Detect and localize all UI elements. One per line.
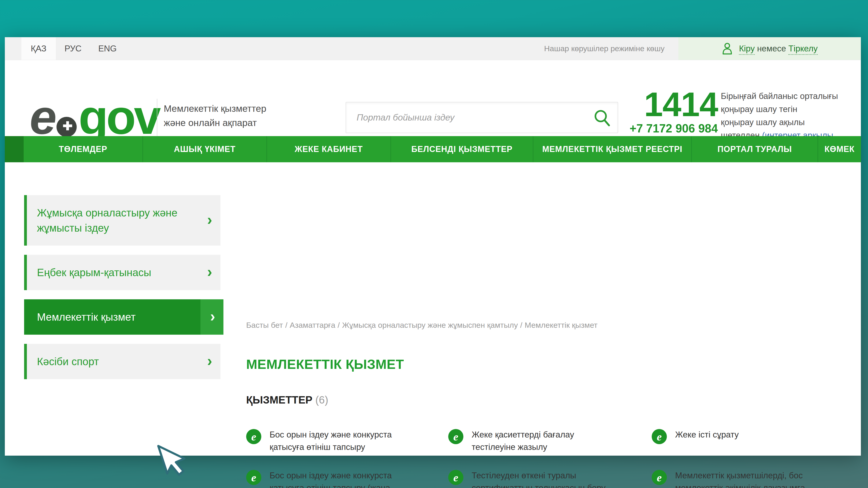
language-switcher: ҚАЗ РУС ENG [21, 37, 125, 60]
egov-logo[interactable]: egov [30, 94, 159, 140]
lang-eng[interactable]: ENG [90, 37, 125, 60]
page-title: МЕМЛЕКЕТТІК ҚЫЗМЕТ [246, 356, 404, 372]
nav-active-services[interactable]: БЕЛСЕНДІ ҚЫЗМЕТТЕР [391, 136, 533, 162]
services-count: (6) [315, 394, 328, 406]
service-link-civil-servants-testing[interactable]: e Мемлекеттік қызметшілерді, бос мемлеке… [652, 469, 852, 488]
egov-service-icon: e [246, 429, 261, 444]
topbar-spacer [125, 37, 544, 60]
service-link-certificate-duplicate[interactable]: e Тестілеуден өткені туралы сертификатты… [448, 469, 652, 488]
login-or-text: немесе [755, 44, 788, 53]
breadcrumb-employment[interactable]: Жұмысқа орналастыру және жұмыспен қамтыл… [342, 321, 518, 329]
portal-search [346, 102, 618, 133]
egov-service-icon: e [652, 429, 667, 444]
site-header: egov Мемлекеттік қызметтер және онлайн а… [5, 60, 861, 136]
login-register-links: Кіру немесе Тіркелу [739, 44, 818, 54]
chevron-right-icon: › [207, 264, 212, 279]
sidebar-menu: Жұмысқа орналастыру және жұмысты іздеу ›… [24, 195, 223, 388]
nav-about-portal[interactable]: ПОРТАЛ ТУРАЛЫ [691, 136, 817, 162]
tagline-line2: және онлайн ақпарат [164, 118, 257, 128]
breadcrumb-current: Мемлекеттік қызмет [525, 321, 597, 329]
sidebar-item-professional-sport[interactable]: Кәсіби спорт › [24, 344, 220, 379]
chevron-right-icon: › [207, 353, 212, 368]
service-link-personal-qualities-testing[interactable]: e Жеке қасиеттерді бағалау тестілеуіне ж… [448, 428, 652, 453]
search-input[interactable] [346, 102, 618, 133]
contact-line2: қоңырау шалу тегін [721, 103, 859, 116]
register-link[interactable]: Тіркелу [788, 44, 817, 55]
call-center-number: 1414 [639, 87, 718, 122]
chevron-right-icon: › [210, 309, 215, 324]
egov-service-icon: e [652, 470, 667, 485]
services-heading: ҚЫЗМЕТТЕР (6) [246, 394, 329, 406]
user-icon [721, 42, 733, 55]
logo-emblem-icon [57, 117, 77, 137]
egov-service-icon: e [448, 470, 463, 485]
breadcrumb-separator: / [285, 321, 287, 329]
breadcrumb-home[interactable]: Басты бет [246, 321, 283, 329]
egov-service-icon: e [246, 470, 261, 485]
sidebar-item-state-service[interactable]: Мемлекеттік қызмет › [24, 299, 223, 335]
service-link-vacancy-application-new-system[interactable]: e Бос орын іздеу және конкурста қатысуға… [246, 469, 448, 488]
egov-portal-page: ҚАЗ РУС ENG Нашар көрушілер режиміне көш… [5, 37, 861, 456]
logo-divider [157, 99, 157, 142]
nav-state-services-registry[interactable]: МЕМЛЕКЕТТІК ҚЫЗМЕТ РЕЕСТРІ [533, 136, 691, 162]
lang-kaz[interactable]: ҚАЗ [21, 37, 56, 60]
breadcrumb-separator: / [338, 321, 340, 329]
sidebar-item-labor-relations[interactable]: Еңбек қарым-қатынасы › [24, 255, 220, 290]
sidebar-item-label: Жұмысқа орналастыру және жұмысты іздеу [37, 207, 178, 234]
nav-left-cap [5, 136, 24, 162]
call-center-phone-international: +7 7172 906 984 [620, 122, 718, 135]
content-area: Жұмысқа орналастыру және жұмысты іздеу ›… [5, 162, 861, 456]
breadcrumb-separator: / [520, 321, 522, 329]
lang-rus[interactable]: РУС [56, 37, 90, 60]
nav-open-government[interactable]: АШЫҚ ҮКІМЕТ [143, 136, 267, 162]
search-icon[interactable] [593, 109, 611, 127]
nav-personal-cabinet[interactable]: ЖЕКЕ КАБИНЕТ [267, 136, 391, 162]
contact-line1: Бірыңғай байланыс орталығы [721, 90, 859, 103]
services-grid: e Бос орын іздеу және конкурста қатысуға… [246, 428, 852, 488]
nav-payments[interactable]: ТӨЛЕМДЕР [24, 136, 143, 162]
nav-help[interactable]: КӨМЕК [817, 136, 861, 162]
accessibility-mode-link[interactable]: Нашар көрушілер режиміне көшу [544, 37, 664, 60]
sidebar-item-label: Кәсіби спорт [37, 356, 99, 367]
chevron-right-icon: › [207, 212, 212, 227]
contact-line3: қоңырау шалу ақылы [721, 116, 859, 129]
sidebar-item-label: Мемлекеттік қызмет [37, 311, 135, 323]
tagline-line1: Мемлекеттік қызметтер [164, 103, 267, 114]
login-link[interactable]: Кіру [739, 44, 754, 55]
main-navigation: ТӨЛЕМДЕР АШЫҚ ҮКІМЕТ ЖЕКЕ КАБИНЕТ БЕЛСЕН… [5, 136, 861, 162]
sidebar-item-label: Еңбек қарым-қатынасы [37, 266, 151, 279]
site-tagline: Мемлекеттік қызметтер және онлайн ақпара… [164, 101, 267, 130]
service-link-vacancy-application[interactable]: e Бос орын іздеу және конкурста қатысуға… [246, 428, 448, 453]
breadcrumb-citizens[interactable]: Азаматтарға [290, 321, 336, 329]
egov-service-icon: e [448, 429, 463, 444]
service-link-personal-file-request[interactable]: e Жеке істі сұрату [652, 428, 852, 453]
sidebar-item-employment[interactable]: Жұмысқа орналастыру және жұмысты іздеу › [24, 195, 220, 246]
login-block[interactable]: Кіру немесе Тіркелу [678, 37, 861, 60]
breadcrumb: Басты бет/Азаматтарға/Жұмысқа орналастыр… [246, 321, 597, 330]
top-bar: ҚАЗ РУС ENG Нашар көрушілер режиміне көш… [5, 37, 861, 60]
mouse-cursor [154, 441, 192, 479]
